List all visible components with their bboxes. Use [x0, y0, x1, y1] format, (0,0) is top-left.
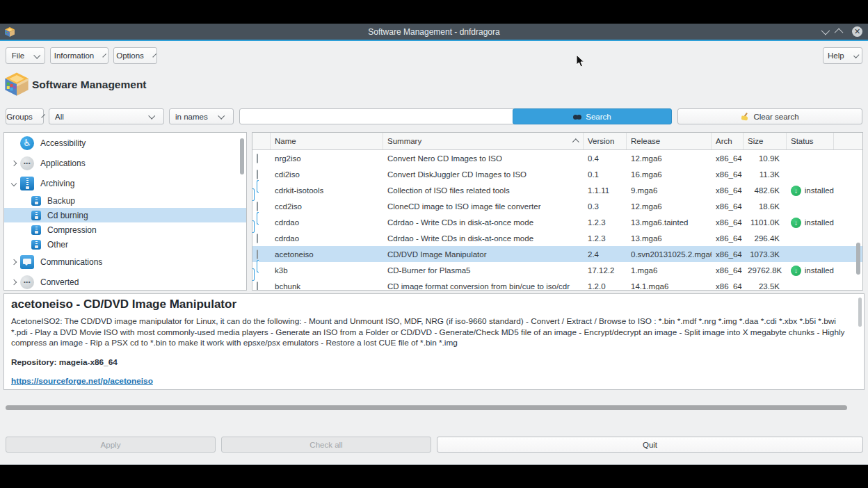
column-header-summary[interactable]: Summary: [383, 133, 584, 149]
help-menu-label: Help: [828, 51, 844, 60]
cell-status: ↓installed: [787, 218, 834, 228]
table-row-ccd2iso[interactable]: ccd2iso CloneCD image to ISO image file …: [252, 198, 862, 214]
chevron-down-icon: [152, 53, 156, 57]
status-label: installed: [805, 186, 834, 195]
groups-dropdown[interactable]: Groups: [6, 108, 44, 124]
column-header-status[interactable]: Status: [787, 133, 834, 149]
options-menu-button[interactable]: Options: [113, 47, 157, 64]
tree-expander[interactable]: [9, 181, 19, 186]
column-header-size[interactable]: Size: [744, 133, 787, 149]
table-scrollbar[interactable]: [856, 243, 860, 275]
tree-item-other[interactable]: Other: [4, 237, 246, 252]
table-row-k3b[interactable]: k3b CD-Burner for Plasma5 17.12.2 1.mga6…: [252, 262, 862, 278]
cell-release: 9.mga6: [627, 186, 712, 195]
package-checkbox[interactable]: [257, 202, 258, 211]
cell-version: 1.2.0: [584, 282, 627, 291]
dots-icon: [20, 156, 34, 170]
cell-release: 14.1.mga6: [627, 282, 712, 291]
tree-item-compression[interactable]: Compression: [4, 222, 246, 237]
package-checkbox[interactable]: [252, 180, 259, 201]
help-menu-button[interactable]: Help: [823, 47, 862, 64]
cell-name: cdrkit-isotools: [271, 186, 383, 195]
table-row-cdrkit-isotools[interactable]: cdrkit-isotools Collection of ISO files …: [252, 182, 862, 198]
package-checkbox[interactable]: [257, 282, 258, 291]
cell-release: 13.mga6: [627, 234, 712, 243]
package-checkbox[interactable]: [252, 260, 259, 281]
table-row-acetoneiso[interactable]: acetoneiso CD/DVD Image Manipulator 2.4 …: [252, 246, 862, 262]
details-scrollbar[interactable]: [858, 298, 862, 327]
tree-item-communications[interactable]: Communications: [4, 252, 246, 272]
table-row-bchunk[interactable]: bchunk CD image format conversion from b…: [252, 278, 862, 291]
cell-version: 17.12.2: [584, 266, 627, 275]
installed-icon: ↓: [791, 218, 801, 228]
tree-item-cd-burning[interactable]: Cd burning: [4, 208, 246, 222]
minimize-icon[interactable]: [821, 26, 830, 35]
cell-summary: Collection of ISO files related tools: [383, 186, 584, 195]
package-url-link[interactable]: https://sourceforge.net/p/acetoneiso: [11, 376, 153, 386]
tree-item-converted[interactable]: Converted: [4, 272, 246, 291]
check-all-button[interactable]: Check all: [221, 437, 431, 453]
category-dropdown[interactable]: All: [49, 108, 164, 124]
cell-arch: x86_64: [712, 154, 744, 163]
scope-dropdown-value: in names: [175, 113, 208, 121]
search-button[interactable]: Search: [513, 108, 672, 124]
package-checkbox[interactable]: [257, 234, 258, 243]
table-row-nrg2iso[interactable]: nrg2iso Convert Nero CD Images to ISO 0.…: [252, 150, 862, 166]
zip-icon: [31, 225, 41, 235]
table-row-cdi2iso[interactable]: cdi2iso Convert DiskJuggler CD Images to…: [252, 166, 862, 182]
chevron-down-icon: [218, 113, 225, 120]
progress-bar: [6, 405, 847, 410]
file-menu-label: File: [12, 51, 25, 60]
tree-item-archiving[interactable]: Archiving: [4, 173, 246, 193]
package-checkbox[interactable]: [257, 154, 258, 163]
clear-search-button[interactable]: Clear search: [677, 108, 862, 124]
column-header-checkbox[interactable]: [252, 133, 271, 149]
tree-item-label: Applications: [40, 158, 86, 168]
cell-summary: CloneCD image to ISO image file converte…: [383, 202, 584, 211]
package-checkbox[interactable]: [252, 212, 259, 233]
cell-size: 1101.0K: [744, 218, 787, 227]
cell-name: bchunk: [271, 282, 383, 291]
tree-expander[interactable]: [9, 161, 19, 165]
chevron-down-icon: [103, 53, 107, 57]
cell-version: 1.2.3: [584, 234, 627, 243]
tree-item-label: Other: [47, 240, 68, 250]
column-header-name[interactable]: Name: [271, 133, 383, 149]
close-icon[interactable]: ✕: [852, 26, 862, 37]
page-title: Software Management: [32, 79, 147, 91]
apply-button[interactable]: Apply: [6, 437, 216, 453]
column-header-release[interactable]: Release: [627, 133, 712, 149]
tree-item-backup[interactable]: Backup: [4, 193, 246, 208]
tree-item-accessibility[interactable]: ♿ Accessibility: [4, 133, 246, 153]
category-tree: ♿ Accessibility Applications Archiving B…: [3, 132, 247, 291]
cell-version: 0.4: [584, 154, 627, 163]
cell-arch: x86_64: [712, 186, 744, 195]
tree-item-applications[interactable]: Applications: [4, 153, 246, 173]
maximize-icon[interactable]: [835, 29, 844, 38]
quit-button[interactable]: Quit: [437, 437, 863, 453]
cell-name: ccd2iso: [271, 202, 383, 211]
package-checkbox[interactable]: [257, 250, 258, 259]
tree-expander[interactable]: [9, 260, 19, 264]
column-header-version[interactable]: Version: [584, 133, 627, 149]
tree-scrollbar[interactable]: [240, 138, 244, 174]
scope-dropdown[interactable]: in names: [169, 108, 234, 124]
table-row-cdrdao[interactable]: cdrdao Cdrdao - Write CDs in disk-at-onc…: [252, 230, 862, 246]
package-checkbox[interactable]: [257, 170, 258, 179]
dots-icon: [20, 275, 34, 289]
cell-status: ↓installed: [787, 266, 834, 276]
cell-summary: Cdrdao - Write CDs in disk-at-once mode: [383, 218, 584, 227]
table-row-cdrdao[interactable]: cdrdao Cdrdao - Write CDs in disk-at-onc…: [252, 214, 862, 230]
tree-item-label: Communications: [40, 257, 102, 267]
cell-summary: CD-Burner for Plasma5: [383, 266, 584, 275]
cell-arch: x86_64: [712, 250, 744, 259]
cell-summary: Convert Nero CD Images to ISO: [383, 154, 584, 163]
information-menu-button[interactable]: Information: [50, 47, 108, 64]
accessibility-icon: ♿: [20, 136, 34, 150]
search-input[interactable]: [239, 108, 516, 124]
zip-icon: [20, 177, 34, 190]
groups-dropdown-label: Groups: [6, 113, 33, 121]
tree-expander[interactable]: [9, 280, 19, 284]
column-header-arch[interactable]: Arch: [712, 133, 744, 149]
file-menu-button[interactable]: File: [6, 47, 45, 64]
